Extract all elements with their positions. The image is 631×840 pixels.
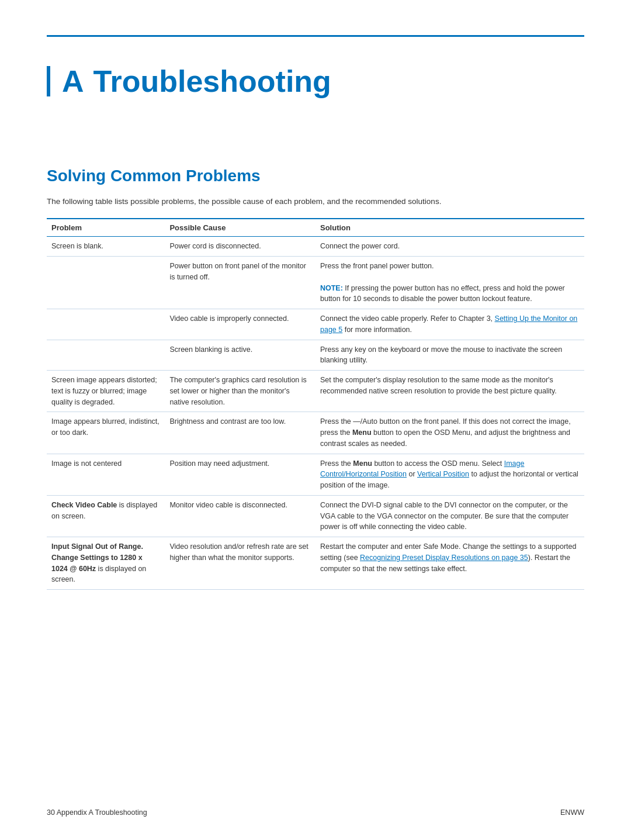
problem-cell: Screen is blank. [47, 237, 165, 257]
cause-cell: The computer's graphics card resolution … [165, 371, 316, 412]
problem-cell [47, 340, 165, 371]
table-row: Video cable is improperly connected. Con… [47, 309, 584, 340]
cause-cell: Monitor video cable is disconnected. [165, 495, 316, 537]
table-body: Screen is blank. Power cord is disconnec… [47, 237, 584, 590]
solution-cell: Connect the video cable properly. Refer … [316, 309, 584, 340]
table-row: Check Video Cable is displayed on screen… [47, 495, 584, 537]
cause-cell: Power button on front panel of the monit… [165, 257, 316, 309]
intro-text: The following table lists possible probl… [47, 196, 584, 208]
cause-cell: Position may need adjustment. [165, 454, 316, 495]
problem-cell: Check Video Cable is displayed on screen… [47, 495, 165, 537]
chapter-letter: A [62, 66, 84, 96]
cause-cell: Video resolution and/or refresh rate are… [165, 537, 316, 590]
note-text: If pressing the power button has no effe… [320, 284, 565, 303]
problem-cell: Input Signal Out of Range. Change Settin… [47, 537, 165, 590]
menu-bold: Menu [353, 459, 372, 468]
cause-cell: Screen blanking is active. [165, 340, 316, 371]
cause-cell: Brightness and contrast are too low. [165, 412, 316, 454]
col-header-solution: Solution [316, 219, 584, 237]
col-header-cause: Possible Cause [165, 219, 316, 237]
preset-resolutions-link[interactable]: Recognizing Preset Display Resolutions o… [360, 554, 528, 562]
solution-cell: Set the computer's display resolution to… [316, 371, 584, 412]
cause-cell: Video cable is improperly connected. [165, 309, 316, 340]
section-title: Solving Common Problems [47, 167, 584, 185]
table-row: Screen blanking is active. Press any key… [47, 340, 584, 371]
problem-cell: Image appears blurred, indistinct, or to… [47, 412, 165, 454]
problems-table: Problem Possible Cause Solution Screen i… [47, 218, 584, 590]
menu-bold: Menu [352, 428, 372, 437]
table-row: Input Signal Out of Range. Change Settin… [47, 537, 584, 590]
cause-cell: Power cord is disconnected. [165, 237, 316, 257]
problem-cell: Screen image appears distorted; text is … [47, 371, 165, 412]
chapter-title: Troubleshooting [93, 66, 331, 96]
footer-right: ENWW [560, 808, 584, 817]
setting-monitor-link[interactable]: Setting Up the Monitor on page 5 [320, 314, 577, 334]
solution-cell: Press the front panel power button. NOTE… [316, 257, 584, 309]
table-header-row: Problem Possible Cause Solution [47, 219, 584, 237]
problem-bold-text: Input Signal Out of Range. Change Settin… [51, 542, 143, 573]
solution-cell: Press the Menu button to access the OSD … [316, 454, 584, 495]
problem-cell [47, 257, 165, 309]
solution-cell: Press the —/Auto button on the front pan… [316, 412, 584, 454]
col-header-problem: Problem [47, 219, 165, 237]
note-label: NOTE: [320, 284, 343, 292]
chapter-header: A Troubleshooting [47, 66, 584, 96]
solution-cell: Connect the DVI-D signal cable to the DV… [316, 495, 584, 537]
table-row: Image appears blurred, indistinct, or to… [47, 412, 584, 454]
solution-cell: Restart the computer and enter Safe Mode… [316, 537, 584, 590]
problem-bold-text: Check Video Cable [51, 501, 117, 509]
table-row: Screen image appears distorted; text is … [47, 371, 584, 412]
problem-cell: Image is not centered [47, 454, 165, 495]
vertical-position-link[interactable]: Vertical Position [417, 470, 469, 478]
page: A Troubleshooting Solving Common Problem… [0, 0, 631, 840]
footer-left: 30 Appendix A Troubleshooting [47, 808, 147, 817]
table-row: Screen is blank. Power cord is disconnec… [47, 237, 584, 257]
problem-cell [47, 309, 165, 340]
solution-cell: Connect the power cord. [316, 237, 584, 257]
solution-cell: Press any key on the keyboard or move th… [316, 340, 584, 371]
footer: 30 Appendix A Troubleshooting ENWW [47, 808, 584, 817]
table-row: Image is not centered Position may need … [47, 454, 584, 495]
table-row: Power button on front panel of the monit… [47, 257, 584, 309]
